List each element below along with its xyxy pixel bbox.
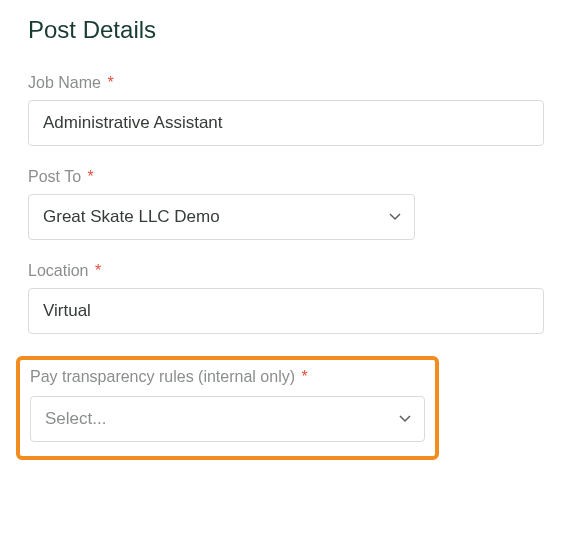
post-to-select-wrap: Great Skate LLC Demo xyxy=(28,194,415,240)
job-name-label: Job Name * xyxy=(28,74,544,92)
location-label-text: Location xyxy=(28,262,89,279)
location-input[interactable] xyxy=(28,288,544,334)
post-to-field: Post To * Great Skate LLC Demo xyxy=(28,168,544,240)
location-field: Location * xyxy=(28,262,544,334)
required-marker: * xyxy=(301,368,307,385)
required-marker: * xyxy=(107,74,113,91)
job-name-input[interactable] xyxy=(28,100,544,146)
pay-transparency-label-text: Pay transparency rules (internal only) xyxy=(30,368,295,385)
job-name-field: Job Name * xyxy=(28,74,544,146)
required-marker: * xyxy=(95,262,101,279)
pay-transparency-select[interactable]: Select... xyxy=(30,396,425,442)
location-label: Location * xyxy=(28,262,544,280)
pay-transparency-label: Pay transparency rules (internal only) * xyxy=(30,368,425,386)
job-name-label-text: Job Name xyxy=(28,74,101,91)
post-to-select[interactable]: Great Skate LLC Demo xyxy=(28,194,415,240)
pay-transparency-select-wrap: Select... xyxy=(30,396,425,442)
required-marker: * xyxy=(88,168,94,185)
post-to-label: Post To * xyxy=(28,168,544,186)
pay-transparency-highlight: Pay transparency rules (internal only) *… xyxy=(16,356,439,460)
post-to-label-text: Post To xyxy=(28,168,81,185)
page-title: Post Details xyxy=(28,16,544,44)
